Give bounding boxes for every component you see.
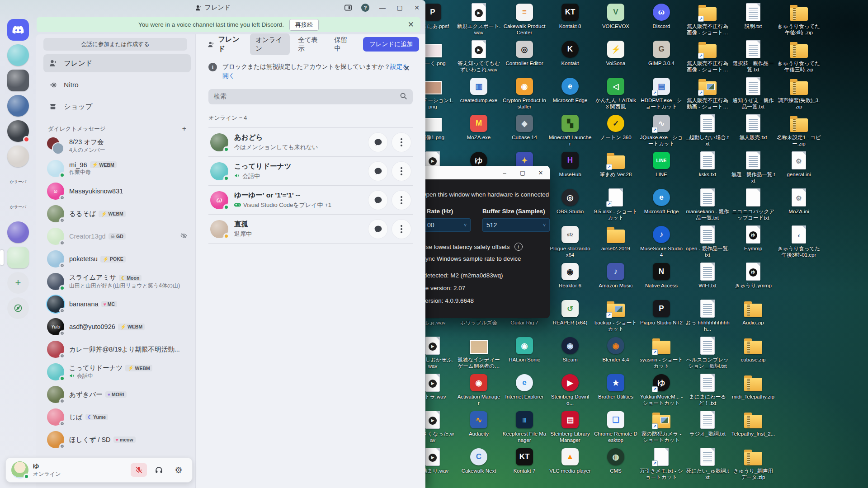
desktop-icon[interactable]: きゅうり_調声用データ.zip: [731, 447, 776, 480]
dm-item[interactable]: Creator13gd☠GD: [43, 225, 191, 248]
desktop-icon[interactable]: ◉Activation Manager: [456, 373, 501, 406]
inbox-icon[interactable]: [340, 0, 357, 15]
desktop-icon[interactable]: KTKontakt 8: [547, 3, 593, 29]
server-item[interactable]: [7, 70, 29, 91]
eye-slash-icon[interactable]: [180, 232, 187, 240]
desktop-icon[interactable]: airset2-2019: [593, 225, 638, 252]
sidebar-item-フレンド[interactable]: フレンド: [43, 54, 191, 72]
dm-item[interactable]: ほしくず / SD♥meow: [43, 428, 191, 451]
dm-item[interactable]: Yutoasdf@yuto0926⚡WEBM: [43, 315, 191, 338]
desktop-icon[interactable]: ↗無人販売不正行為画像 - ショートカット: [685, 40, 730, 73]
dm-item[interactable]: ωMasayukisnow831: [43, 180, 191, 202]
desktop-icon[interactable]: きゅうり食ってた午後三時.zip: [776, 40, 821, 73]
desktop-icon[interactable]: ▤↗HDDFMT.exe - ショートカット: [639, 77, 684, 110]
desktop-icon[interactable]: Audio.zip: [731, 299, 776, 326]
friend-row[interactable]: あおどら今はメンションしても来れない: [208, 128, 413, 157]
desktop-icon[interactable]: VVOICEVOX: [593, 3, 638, 29]
sidebar-item-Nitro[interactable]: Nitro: [43, 76, 191, 94]
desktop-icon[interactable]: ◉Blender 4.4: [593, 336, 638, 363]
minimize-button[interactable]: —: [374, 0, 391, 15]
desktop-icon[interactable]: ≡Cakewalk Product Center: [502, 3, 547, 36]
desktop-icon[interactable]: おっ hhhhhhhhhhhh...: [685, 299, 730, 332]
desktop-icon[interactable]: ⚙general.ini: [776, 151, 821, 178]
message-button[interactable]: [368, 191, 387, 210]
desktop-icon[interactable]: 無題 - 親作品一覧.txt: [731, 151, 776, 184]
dm-item[interactable]: スライムアミサ☾Moon山田と山田が好き(山田リョウと笑う4体の山): [43, 270, 191, 293]
settings-button[interactable]: ⚙: [170, 463, 187, 477]
more-button[interactable]: [392, 191, 411, 210]
desktop-icon[interactable]: ゆきゅうり.ymmp: [731, 262, 776, 289]
desktop-icon[interactable]: ◍CMS: [593, 447, 638, 474]
dm-item[interactable]: るるそば⚡WEBM: [43, 202, 191, 225]
server-item[interactable]: [7, 44, 29, 66]
message-button[interactable]: [368, 133, 387, 152]
desktop-icon[interactable]: ◉Steam: [547, 336, 593, 363]
desktop-icon[interactable]: ゆF.ymmp: [731, 225, 776, 252]
create-dm-icon[interactable]: +: [182, 125, 186, 133]
friend-row[interactable]: 直孤退席中: [208, 215, 413, 244]
dm-item[interactable]: bananana♥MC: [43, 293, 191, 315]
desktop-icon[interactable]: ↗万引きメモ.txt - ショートカット: [639, 447, 684, 480]
desktop-icon[interactable]: 調声練習(失敗)_3.zip: [776, 77, 821, 110]
desktop-icon[interactable]: ▚Minecraft Launcher: [547, 114, 593, 147]
friend-row[interactable]: ωゆーゆー' or '1'='1' --Visual Studio Codeをプ…: [208, 186, 413, 215]
desktop-icon[interactable]: ⚙MoZA.ini: [776, 188, 821, 215]
desktop-icon[interactable]: ♪Amazon Music: [593, 262, 638, 289]
desktop-icon[interactable]: eInternet Explorer: [502, 373, 547, 400]
mic-muted-button[interactable]: [131, 463, 147, 477]
message-button[interactable]: [368, 220, 387, 239]
desktop-icon[interactable]: |||Keepforest File Manager: [502, 410, 547, 443]
desktop-icon[interactable]: ↗家の防犯カメラ - ショートカット: [639, 410, 684, 443]
desktop-icon[interactable]: _起動しない場合.txt: [685, 114, 730, 147]
desktop-icon[interactable]: cubase.zip: [731, 336, 776, 363]
desktop-icon[interactable]: きゅうり食ってた午後3時 .zip: [776, 3, 821, 36]
desktop-icon[interactable]: ゆ↗YukkuriMovieM... - ショートカット: [639, 373, 684, 406]
desktop-icon[interactable]: manisekarin - 親作品一覧.txt: [685, 188, 730, 221]
tab-オンライン[interactable]: オンライン: [250, 33, 290, 55]
desktop-icon[interactable]: ▥createdump.exe: [456, 77, 501, 103]
desktop-icon[interactable]: 名称未設定1 - コピー.zip: [776, 114, 821, 147]
desktop-icon[interactable]: open - 親作品一覧.txt: [685, 225, 730, 258]
dm-item[interactable]: じば☾Yume: [43, 406, 191, 428]
desktop-icon[interactable]: ヘルスコンプレッション＿歌詞.txt: [685, 336, 730, 369]
desktop-icon[interactable]: ✓ノートン 360: [593, 114, 638, 141]
friends-search-input[interactable]: 検索: [208, 89, 413, 104]
desktop-icon[interactable]: ◉Reaktor 6: [547, 262, 593, 289]
server-item[interactable]: かサーバ: [7, 196, 29, 218]
desktop-icon[interactable]: ◁かんたん！AITalk 3 関西風: [593, 77, 638, 110]
info-icon[interactable]: i: [514, 243, 523, 251]
dm-item[interactable]: こってりドーナツ⚡WEBM会話中: [43, 361, 191, 383]
desktop-icon[interactable]: Telepathy_Inst_2...: [731, 410, 776, 437]
desktop-icon[interactable]: ▶新規エクスポート.wav: [456, 3, 501, 36]
server-item[interactable]: [7, 145, 29, 167]
desktop-icon[interactable]: ↗backup - ショートカット: [593, 299, 638, 332]
server-item[interactable]: [7, 247, 29, 268]
dialog-close-button[interactable]: ✕: [532, 166, 550, 179]
desktop-icon[interactable]: sfzPlogue sforzando x64: [547, 225, 593, 258]
reconnect-button[interactable]: 再接続: [289, 19, 319, 31]
desktop-icon[interactable]: ∿Audacity: [456, 410, 501, 437]
desktop-icon[interactable]: GGIMP 3.0.4: [639, 40, 684, 66]
desktop-icon[interactable]: ‹きゅうり食ってた午後3時-01.cpr: [776, 225, 821, 258]
desktop-icon[interactable]: ラジオ_歌詞.txt: [685, 410, 730, 437]
desktop-icon[interactable]: 通知うぜえ - 親作品一覧.txt: [731, 77, 776, 110]
desktop-icon[interactable]: ▲VLC media player: [547, 447, 593, 474]
join-conversation-button[interactable]: 会話に参加または作成する: [43, 38, 187, 51]
desktop-icon[interactable]: ↗無人販売不正行為画像 - ショートカッ...: [685, 3, 730, 36]
desktop-icon[interactable]: ◎OBS Studio: [547, 188, 593, 215]
tab-保留中[interactable]: 保留中: [329, 33, 356, 55]
headphones-button[interactable]: [151, 463, 167, 477]
dm-item[interactable]: 8/23 オフ会4人のメンバー: [43, 135, 191, 157]
server-item[interactable]: [7, 120, 29, 142]
avatar[interactable]: [11, 461, 28, 479]
tab-全て表示[interactable]: 全て表示: [292, 33, 326, 55]
desktop-icon[interactable]: eMicrosoft Edge: [547, 77, 593, 103]
desktop-icon[interactable]: ksks.txt: [685, 151, 730, 178]
desktop-icon[interactable]: まにまにわーるど！.txt: [685, 373, 730, 406]
desktop-icon[interactable]: CCakewalk Next: [456, 447, 501, 474]
desktop-icon[interactable]: PPiapro Studio NT2: [639, 299, 684, 326]
desktop-icon[interactable]: ωDiscord: [639, 3, 684, 29]
desktop-icon[interactable]: ▤Steinberg Library Manager: [547, 410, 593, 443]
dm-item[interactable]: カレー卯丼@8/19より期限不明活動...: [43, 338, 191, 361]
server-item[interactable]: [7, 95, 29, 117]
